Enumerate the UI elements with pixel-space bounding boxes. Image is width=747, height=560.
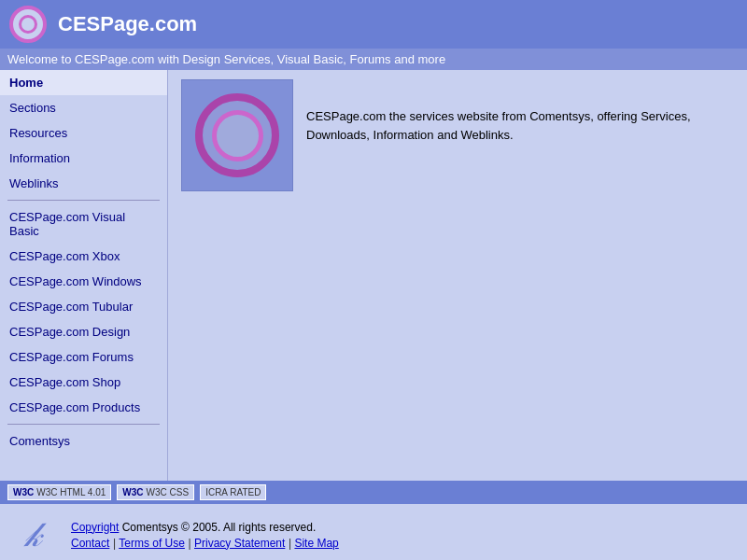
tagline-text: Welcome to CESPage.com with Design Servi… [7, 52, 445, 66]
sidebar-item-xbox[interactable]: CESPage.com Xbox [0, 244, 167, 269]
sidebar-item-information[interactable]: Information [0, 146, 167, 171]
content-logo-outer [195, 93, 279, 177]
sidebar-item-comentsys[interactable]: Comentsys [0, 428, 167, 454]
footer-links: Contact | Terms of Use | Privacy Stateme… [71, 536, 339, 550]
badge-css-label: W3C [122, 487, 143, 497]
sidebar-item-weblinks[interactable]: Weblinks [0, 171, 167, 196]
sidebar-item-sections[interactable]: Sections [0, 95, 167, 120]
footer-copyright: Copyright Comentsys © 2005. All rights r… [71, 521, 339, 534]
badge-html-label: W3C [13, 487, 34, 497]
sidebar-divider-2 [7, 424, 160, 425]
sidebar-item-tubular[interactable]: CESPage.com Tubular [0, 294, 167, 319]
footer-contact-link[interactable]: Contact [71, 537, 109, 550]
badge-icra: ICRA RATED [200, 484, 266, 500]
footer-privacy-link[interactable]: Privacy Statement [194, 537, 285, 550]
sidebar-item-shop[interactable]: CESPage.com Shop [0, 370, 167, 395]
content-logo-image [181, 79, 293, 191]
main-layout: Home Sections Resources Information Webl… [0, 70, 747, 481]
sidebar-item-resources[interactable]: Resources [0, 120, 167, 146]
footer-terms-link[interactable]: Terms of Use [119, 537, 185, 550]
footer-swirl-icon: 𝓀 [24, 518, 41, 552]
badge-css: W3C W3C CSS [117, 484, 194, 500]
site-title: CESPage.com [58, 12, 197, 36]
sidebar-item-forums[interactable]: CESPage.com Forums [0, 344, 167, 370]
footer-content: Copyright Comentsys © 2005. All rights r… [71, 521, 339, 550]
footer-sitemap-link[interactable]: Site Map [294, 537, 338, 550]
sidebar: Home Sections Resources Information Webl… [0, 70, 168, 481]
sidebar-item-home[interactable]: Home [0, 70, 167, 95]
badge-icra-text: ICRA RATED [205, 487, 261, 497]
header: CESPage.com [0, 0, 747, 49]
footer: 𝓀 Copyright Comentsys © 2005. All rights… [0, 504, 747, 560]
description-text: CESPage.com the services website from Co… [306, 109, 691, 142]
badge-html: W3C W3C HTML 4.01 [7, 484, 111, 500]
badge-html-text: W3C HTML 4.01 [36, 487, 106, 497]
content-description: CESPage.com the services website from Co… [306, 79, 734, 144]
sidebar-item-windows[interactable]: CESPage.com Windows [0, 269, 167, 294]
sidebar-divider-1 [7, 200, 160, 201]
logo-inner-icon [19, 15, 37, 34]
sidebar-item-products[interactable]: CESPage.com Products [0, 395, 167, 420]
copyright-rest: Comentsys © 2005. All rights reserved. [119, 521, 316, 534]
tagline: Welcome to CESPage.com with Design Servi… [0, 49, 747, 70]
footer-logo: 𝓀 [9, 511, 56, 558]
content-logo-inner [212, 110, 263, 161]
sidebar-item-vb[interactable]: CESPage.com Visual Basic [0, 204, 167, 244]
copyright-link[interactable]: Copyright [71, 521, 119, 534]
badges-bar: W3C W3C HTML 4.01 W3C W3C CSS ICRA RATED [0, 481, 747, 504]
main-content: CESPage.com the services website from Co… [168, 70, 747, 481]
badge-css-text: W3C CSS [147, 487, 190, 497]
logo-icon [9, 6, 47, 43]
sidebar-item-design[interactable]: CESPage.com Design [0, 319, 167, 344]
